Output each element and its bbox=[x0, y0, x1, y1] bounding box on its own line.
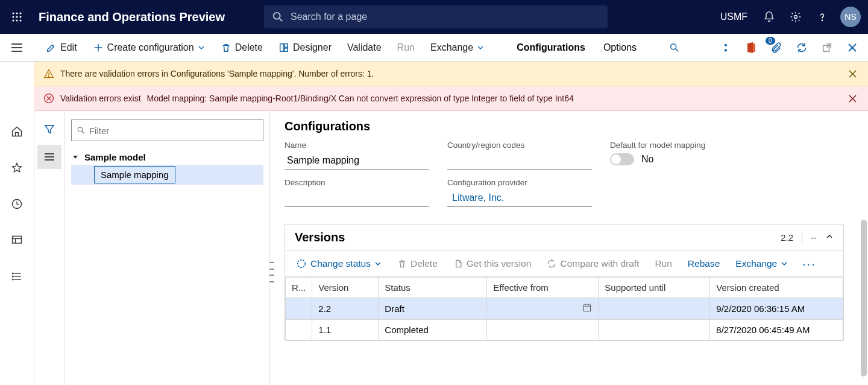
tree-filter-toggle[interactable] bbox=[37, 117, 61, 141]
svg-point-8 bbox=[19, 19, 21, 21]
chevron-down-icon bbox=[477, 44, 484, 51]
calendar-icon[interactable] bbox=[582, 303, 592, 313]
cell-version[interactable]: 2.2 bbox=[312, 298, 379, 320]
description-value[interactable] bbox=[285, 191, 429, 207]
name-value[interactable]: Sample mapping bbox=[285, 153, 429, 170]
versions-exchange-button[interactable]: Exchange bbox=[731, 256, 793, 272]
table-row[interactable]: 2.2Draft9/2/2020 06:36:15 AM bbox=[286, 298, 843, 320]
svg-point-0 bbox=[12, 12, 14, 14]
country-codes-label: Country/region codes bbox=[447, 141, 592, 150]
col-status[interactable]: Status bbox=[379, 278, 487, 298]
delete-button[interactable]: Delete bbox=[215, 39, 269, 57]
settings-button[interactable] bbox=[784, 5, 808, 29]
svg-point-6 bbox=[12, 19, 14, 21]
rail-recent-button[interactable] bbox=[5, 192, 29, 216]
divider bbox=[802, 232, 802, 244]
search-icon bbox=[77, 126, 86, 135]
svg-point-7 bbox=[16, 19, 17, 21]
tree-node-root[interactable]: Sample model bbox=[71, 150, 263, 165]
notifications-button[interactable] bbox=[757, 5, 781, 29]
warning-close-button[interactable] bbox=[845, 66, 860, 81]
nav-toggle-button[interactable] bbox=[0, 34, 34, 62]
global-search-input[interactable] bbox=[291, 11, 599, 22]
close-button[interactable] bbox=[843, 38, 862, 57]
tree-filter-input-wrap[interactable] bbox=[71, 119, 263, 141]
cell-effective[interactable] bbox=[487, 298, 599, 320]
exchange-button[interactable]: Exchange bbox=[424, 39, 490, 57]
change-status-button[interactable]: Change status bbox=[291, 256, 386, 272]
rail-modules-button[interactable] bbox=[5, 264, 29, 288]
rail-favorites-button[interactable] bbox=[5, 156, 29, 180]
versions-collapse-button[interactable] bbox=[825, 232, 834, 243]
provider-value[interactable]: Litware, Inc. bbox=[447, 191, 592, 207]
chevron-down-icon bbox=[781, 260, 788, 267]
edit-button[interactable]: Edit bbox=[40, 39, 83, 57]
tree-filter-input[interactable] bbox=[89, 126, 258, 136]
versions-run-label: Run bbox=[655, 258, 671, 269]
warning-message-text: There are validation errors in Configura… bbox=[60, 69, 374, 78]
global-search[interactable] bbox=[264, 5, 608, 28]
cell-supported[interactable] bbox=[599, 298, 710, 320]
cell-supported[interactable] bbox=[599, 320, 710, 340]
versions-more-button[interactable]: ··· bbox=[799, 257, 820, 271]
cell-r[interactable] bbox=[286, 320, 312, 340]
svg-rect-19 bbox=[285, 43, 288, 46]
related-info-button[interactable] bbox=[716, 38, 735, 57]
tab-options[interactable]: Options bbox=[596, 39, 644, 57]
table-row[interactable]: 1.1Completed8/27/2020 06:45:49 AM bbox=[286, 320, 843, 340]
create-configuration-button[interactable]: Create configuration bbox=[87, 39, 211, 57]
designer-button[interactable]: Designer bbox=[272, 39, 338, 57]
col-version[interactable]: Version bbox=[312, 278, 379, 298]
cell-created[interactable]: 8/27/2020 06:45:49 AM bbox=[710, 320, 843, 340]
cell-effective[interactable] bbox=[487, 320, 599, 340]
description-label: Description bbox=[285, 178, 429, 187]
col-created[interactable]: Version created bbox=[710, 278, 843, 298]
tree-list-toggle[interactable] bbox=[37, 145, 61, 169]
attachments-button[interactable]: 0 bbox=[767, 38, 786, 57]
rebase-button[interactable]: Rebase bbox=[683, 256, 725, 272]
country-codes-value[interactable] bbox=[447, 153, 592, 170]
help-icon bbox=[816, 11, 828, 23]
scrollbar[interactable] bbox=[861, 220, 867, 377]
validate-button[interactable]: Validate bbox=[341, 39, 388, 57]
app-launcher-button[interactable] bbox=[0, 0, 34, 34]
cell-status[interactable]: Draft bbox=[379, 298, 487, 320]
designer-icon bbox=[278, 42, 289, 53]
user-avatar[interactable]: NS bbox=[840, 7, 861, 27]
open-office-button[interactable] bbox=[741, 38, 761, 57]
rail-home-button[interactable] bbox=[5, 119, 29, 144]
tab-configurations[interactable]: Configurations bbox=[509, 39, 593, 57]
error-close-button[interactable] bbox=[845, 91, 860, 106]
tree-node-child[interactable]: Sample mapping bbox=[94, 166, 175, 183]
chevron-down-icon bbox=[198, 44, 205, 51]
col-effective[interactable]: Effective from bbox=[487, 278, 599, 298]
exchange-label: Exchange bbox=[430, 42, 473, 53]
rail-workspaces-button[interactable] bbox=[5, 228, 29, 252]
default-mapping-toggle[interactable] bbox=[610, 153, 634, 165]
error-message-text: Model mapping: Sample mapping-Root1/Bind… bbox=[147, 94, 574, 103]
col-supported[interactable]: Supported until bbox=[599, 278, 710, 298]
refresh-button[interactable] bbox=[792, 38, 811, 57]
attachments-badge: 0 bbox=[766, 37, 775, 45]
cell-status[interactable]: Completed bbox=[379, 320, 487, 340]
svg-rect-37 bbox=[13, 236, 22, 243]
versions-delete-label: Delete bbox=[410, 258, 438, 269]
document-icon bbox=[453, 259, 463, 269]
provider-label: Configuration provider bbox=[447, 178, 592, 187]
gear-icon bbox=[790, 11, 802, 23]
company-picker[interactable]: USMF bbox=[713, 11, 755, 22]
find-button[interactable] bbox=[663, 39, 686, 57]
col-r[interactable]: R... bbox=[286, 278, 312, 298]
error-message-lead: Validation errors exist bbox=[60, 94, 141, 103]
svg-point-44 bbox=[13, 276, 14, 277]
cell-version[interactable]: 1.1 bbox=[312, 320, 379, 340]
cell-created[interactable]: 9/2/2020 06:36:15 AM bbox=[710, 298, 843, 320]
error-message-bar: Validation errors exist Model mapping: S… bbox=[34, 86, 868, 111]
popout-button[interactable] bbox=[817, 38, 837, 57]
svg-line-22 bbox=[676, 48, 679, 51]
help-button[interactable] bbox=[810, 5, 834, 29]
home-icon bbox=[11, 126, 23, 138]
svg-line-50 bbox=[82, 131, 84, 133]
versions-delete-button: Delete bbox=[392, 256, 442, 272]
cell-r[interactable] bbox=[286, 298, 312, 320]
